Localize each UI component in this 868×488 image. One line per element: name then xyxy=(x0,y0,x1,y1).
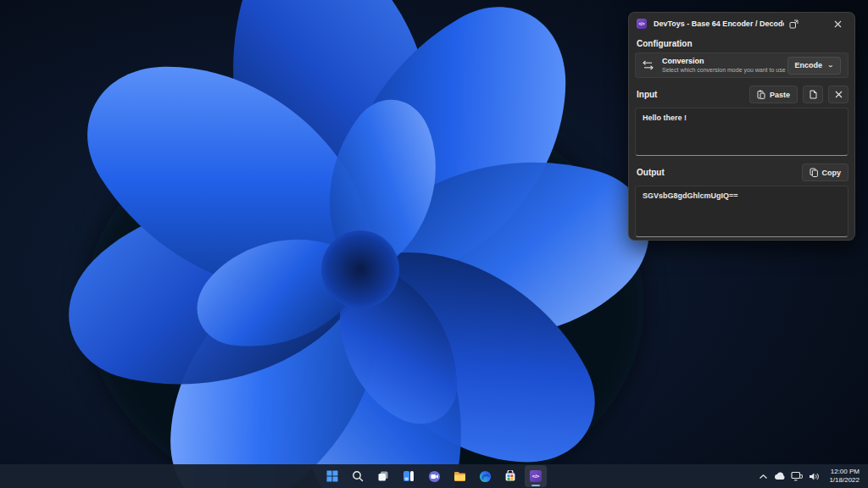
copy-icon xyxy=(810,168,818,177)
input-label: Input xyxy=(637,90,743,99)
configuration-section-label: Configuration xyxy=(637,39,847,48)
conversion-mode-value: Encode xyxy=(795,61,823,69)
conversion-mode-dropdown[interactable]: Encode ⌄ xyxy=(787,57,841,75)
input-textarea[interactable]: Hello there ! xyxy=(635,108,849,156)
close-button[interactable] xyxy=(828,16,847,31)
start-button[interactable] xyxy=(321,465,343,487)
taskbar-center: </> xyxy=(321,464,547,488)
output-textarea[interactable]: SGVsbG8gdGhlcmUgIQ== xyxy=(635,186,849,237)
clock-date: 1/18/2022 xyxy=(829,476,860,485)
edge-icon xyxy=(479,470,492,483)
output-header: Output Copy xyxy=(635,164,849,181)
paste-button-label: Paste xyxy=(770,91,790,99)
titlebar[interactable]: </> DevToys - Base 64 Encoder / Decoder xyxy=(629,13,854,35)
file-explorer-button[interactable] xyxy=(448,465,470,487)
windows-start-icon xyxy=(326,470,338,482)
output-label: Output xyxy=(637,168,795,177)
copy-button-label: Copy xyxy=(822,169,842,177)
paste-icon xyxy=(757,90,765,99)
copy-button[interactable]: Copy xyxy=(802,164,849,181)
volume-tray-button[interactable] xyxy=(807,469,821,483)
search-icon xyxy=(352,470,364,482)
devtoys-window: </> DevToys - Base 64 Encoder / Decoder … xyxy=(628,12,855,241)
microsoft-store-icon xyxy=(504,470,516,482)
chat-button[interactable] xyxy=(423,465,445,487)
exit-compact-overlay-icon xyxy=(789,19,798,29)
window-title: DevToys - Base 64 Encoder / Decoder xyxy=(654,19,784,28)
volume-icon xyxy=(809,472,820,481)
conversion-title: Conversion xyxy=(662,57,787,66)
onedrive-tray-button[interactable] xyxy=(773,469,787,483)
paste-button[interactable]: Paste xyxy=(749,86,798,103)
taskbar: </> xyxy=(0,464,868,488)
task-view-button[interactable] xyxy=(372,465,394,487)
task-view-icon xyxy=(377,470,389,482)
conversion-setting-card: Conversion Select which conversion mode … xyxy=(635,53,849,78)
taskbar-clock[interactable]: 12:00 PM 1/18/2022 xyxy=(824,468,863,485)
devtoys-app-icon: </> xyxy=(637,19,647,29)
file-explorer-icon xyxy=(453,471,466,482)
widgets-icon xyxy=(403,470,415,482)
network-ethernet-icon xyxy=(791,471,803,481)
conversion-setting-text: Conversion Select which conversion mode … xyxy=(662,57,787,74)
file-icon xyxy=(810,90,817,99)
hidden-icons-button[interactable] xyxy=(756,469,770,483)
cloud-icon xyxy=(774,472,786,480)
chat-icon xyxy=(428,470,441,483)
edge-button[interactable] xyxy=(474,465,496,487)
devtoys-icon: </> xyxy=(530,470,542,482)
clock-time: 12:00 PM xyxy=(829,468,860,476)
input-header: Input Paste xyxy=(635,86,849,103)
desktop: </> DevToys - Base 64 Encoder / Decoder … xyxy=(0,0,868,488)
system-tray: 12:00 PM 1/18/2022 xyxy=(756,464,868,488)
conversion-description: Select which conversion mode you want to… xyxy=(662,66,787,74)
chevron-up-icon xyxy=(759,474,768,480)
chevron-down-icon: ⌄ xyxy=(827,62,834,69)
open-file-button[interactable] xyxy=(803,86,823,103)
exit-compact-overlay-button[interactable] xyxy=(784,16,803,31)
swap-arrows-icon xyxy=(643,60,654,70)
microsoft-store-button[interactable] xyxy=(499,465,521,487)
devtoys-taskbar-button[interactable]: </> xyxy=(525,465,547,487)
close-icon xyxy=(834,20,842,28)
clear-icon xyxy=(835,91,843,98)
widgets-button[interactable] xyxy=(398,465,420,487)
clear-input-button[interactable] xyxy=(828,86,849,103)
search-button[interactable] xyxy=(347,465,369,487)
network-tray-button[interactable] xyxy=(790,469,804,483)
